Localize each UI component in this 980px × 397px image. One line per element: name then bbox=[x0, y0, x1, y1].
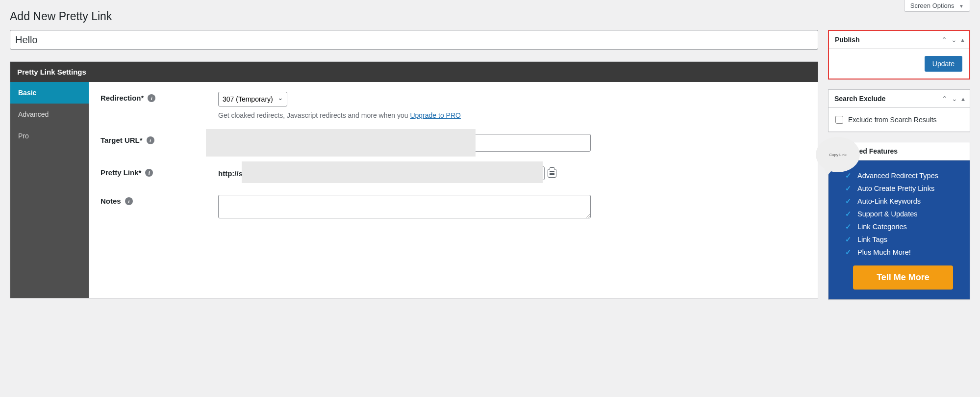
redirection-select[interactable]: 307 (Temporary) bbox=[218, 92, 287, 106]
chevron-down-icon: ▼ bbox=[959, 3, 964, 9]
notes-label: Notes bbox=[101, 197, 121, 205]
check-icon: ✓ bbox=[845, 197, 852, 205]
pretty-link-prefix: http://s bbox=[218, 169, 243, 178]
tell-me-more-button[interactable]: Tell Me More bbox=[853, 265, 953, 290]
list-item: ✓Link Categories bbox=[845, 220, 961, 233]
check-icon: ✓ bbox=[845, 210, 852, 218]
redirection-label: Redirection* bbox=[101, 94, 144, 102]
pretty-link-label: Pretty Link* bbox=[101, 168, 141, 177]
chevron-down-icon[interactable]: ⌄ bbox=[951, 94, 958, 103]
check-icon: ✓ bbox=[845, 223, 852, 231]
tab-basic[interactable]: Basic bbox=[10, 82, 89, 104]
list-item: ✓Auto Create Pretty Links bbox=[845, 182, 961, 195]
settings-tabs: Basic Advanced Pro bbox=[10, 82, 89, 298]
chevron-up-icon[interactable]: ⌃ bbox=[940, 35, 948, 44]
page-title: Add New Pretty Link bbox=[10, 10, 970, 23]
list-item: ✓Link Tags bbox=[845, 233, 961, 246]
copy-link-tooltip: Copy Link bbox=[816, 137, 860, 172]
info-icon[interactable]: i bbox=[145, 169, 153, 177]
publish-title: Publish bbox=[829, 31, 866, 49]
update-button[interactable]: Update bbox=[925, 56, 962, 72]
tab-pro[interactable]: Pro bbox=[10, 125, 89, 147]
redacted-block bbox=[206, 129, 476, 157]
publish-box: Publish ⌃ ⌄ ▴ Update bbox=[828, 30, 970, 79]
list-item: ✓Support & Updates bbox=[845, 208, 961, 220]
info-icon[interactable]: i bbox=[125, 197, 133, 205]
list-item: ✓Advanced Redirect Types bbox=[845, 169, 961, 182]
title-input[interactable] bbox=[10, 30, 818, 50]
redacted-block bbox=[242, 161, 543, 183]
clipboard-icon[interactable] bbox=[548, 169, 556, 178]
list-item: ✓Plus Much More! bbox=[845, 246, 961, 259]
target-url-label: Target URL* bbox=[101, 136, 143, 144]
chevron-down-icon[interactable]: ⌄ bbox=[950, 35, 958, 44]
screen-options-toggle[interactable]: Screen Options ▼ bbox=[904, 0, 970, 12]
check-icon: ✓ bbox=[845, 172, 852, 180]
info-icon[interactable]: i bbox=[147, 136, 154, 144]
exclude-checkbox-label: Exclude from Search Results bbox=[848, 116, 937, 124]
collapse-toggle-icon[interactable]: ▴ bbox=[960, 35, 965, 44]
advanced-features-list: ✓Advanced Redirect Types ✓Auto Create Pr… bbox=[845, 169, 961, 259]
exclude-checkbox[interactable] bbox=[835, 116, 843, 124]
info-icon[interactable]: i bbox=[148, 94, 155, 102]
chevron-up-icon[interactable]: ⌃ bbox=[941, 94, 949, 103]
settings-header: Pretty Link Settings bbox=[10, 62, 818, 82]
redirection-helper: Get cloaked redirects, Javascript redire… bbox=[218, 111, 806, 119]
upgrade-pro-link[interactable]: Upgrade to PRO bbox=[410, 111, 461, 119]
check-icon: ✓ bbox=[845, 185, 852, 192]
notes-textarea[interactable] bbox=[218, 195, 591, 218]
exclude-checkbox-row[interactable]: Exclude from Search Results bbox=[834, 114, 964, 126]
collapse-toggle-icon[interactable]: ▴ bbox=[960, 94, 966, 103]
check-icon: ✓ bbox=[845, 236, 852, 243]
search-exclude-title: Search Exclude bbox=[829, 90, 891, 107]
tab-advanced[interactable]: Advanced bbox=[10, 104, 89, 125]
list-item: ✓Auto-Link Keywords bbox=[845, 195, 961, 208]
search-exclude-box: Search Exclude ⌃ ⌄ ▴ Exclude from Search… bbox=[828, 89, 970, 132]
check-icon: ✓ bbox=[845, 248, 852, 256]
screen-options-label: Screen Options bbox=[910, 2, 955, 9]
